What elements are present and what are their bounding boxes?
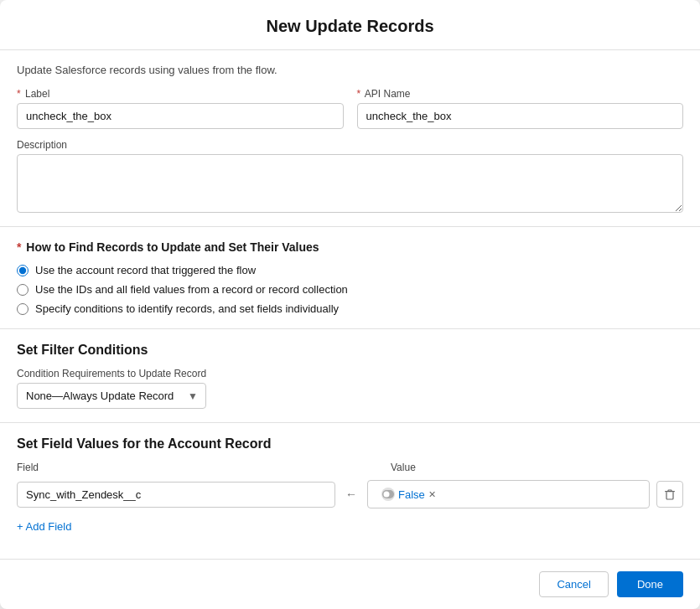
description-group: Description — [17, 139, 683, 213]
api-name-required-star: * — [357, 88, 361, 100]
toggle-icon — [381, 488, 395, 501]
tag-value-text: False — [398, 488, 425, 501]
modal-container: New Update Records Update Salesforce rec… — [0, 0, 700, 609]
tag-close-icon[interactable]: ✕ — [428, 490, 436, 499]
api-name-group: * API Name — [357, 88, 684, 129]
how-to-find-section: * How to Find Records to Update and Set … — [0, 227, 700, 329]
label-field-label: * Label — [17, 88, 344, 100]
condition-select-wrapper: None—Always Update Record All Conditions… — [17, 383, 206, 409]
field-values-title: Set Field Values for the Account Record — [17, 436, 683, 452]
condition-select[interactable]: None—Always Update Record All Conditions… — [17, 383, 206, 409]
modal-footer: Cancel Done — [0, 559, 700, 609]
done-button[interactable]: Done — [617, 571, 683, 597]
intro-section: Update Salesforce records using values f… — [0, 50, 700, 227]
value-tag: False ✕ — [376, 486, 441, 503]
delete-row-button[interactable] — [656, 481, 683, 508]
label-required-star: * — [17, 88, 21, 100]
radio-label-3: Specify conditions to identify records, … — [35, 302, 339, 315]
cancel-button[interactable]: Cancel — [539, 571, 608, 597]
condition-label: Condition Requirements to Update Record — [17, 368, 683, 379]
radio-option-2[interactable]: Use the IDs and all field values from a … — [17, 283, 683, 296]
field-row-header: Field Value — [17, 462, 683, 473]
label-apiname-row: * Label * API Name — [17, 88, 683, 129]
radio-input-3[interactable] — [17, 303, 29, 315]
label-input[interactable] — [17, 103, 344, 129]
radio-label-2: Use the IDs and all field values from a … — [35, 283, 348, 296]
svg-rect-2 — [665, 491, 675, 492]
value-tag-input[interactable]: False ✕ — [367, 480, 650, 508]
radio-input-1[interactable] — [17, 265, 29, 276]
field-name-input[interactable] — [17, 482, 335, 508]
value-col-header: Value — [391, 462, 683, 473]
description-textarea[interactable] — [17, 154, 683, 213]
filter-section-title: Set Filter Conditions — [17, 343, 683, 358]
radio-label-1: Use the account record that triggered th… — [35, 264, 256, 276]
svg-point-1 — [384, 492, 390, 498]
filter-section: Set Filter Conditions Condition Requirem… — [0, 329, 700, 423]
radio-option-1[interactable]: Use the account record that triggered th… — [17, 264, 683, 276]
modal-body: Update Salesforce records using values f… — [0, 50, 700, 559]
label-group: * Label — [17, 88, 344, 129]
description-label: Description — [17, 139, 683, 151]
radio-group: Use the account record that triggered th… — [17, 264, 683, 315]
modal-title: New Update Records — [266, 17, 433, 35]
add-field-button[interactable]: + Add Field — [17, 517, 71, 536]
arrow-icon: ← — [342, 488, 360, 501]
field-col-header: Field — [17, 462, 344, 473]
how-to-find-heading: * How to Find Records to Update and Set … — [17, 240, 683, 254]
field-values-section: Set Field Values for the Account Record … — [0, 423, 700, 550]
subtitle-text: Update Salesforce records using values f… — [17, 64, 683, 76]
api-name-label: * API Name — [357, 88, 684, 100]
radio-input-2[interactable] — [17, 284, 29, 296]
radio-option-3[interactable]: Specify conditions to identify records, … — [17, 302, 683, 315]
add-field-label: + Add Field — [17, 520, 71, 533]
field-input-wrap — [17, 482, 335, 508]
api-name-input[interactable] — [357, 103, 684, 129]
field-row: ← False ✕ — [17, 480, 683, 508]
modal-header: New Update Records — [0, 0, 700, 50]
trash-icon — [664, 488, 676, 500]
